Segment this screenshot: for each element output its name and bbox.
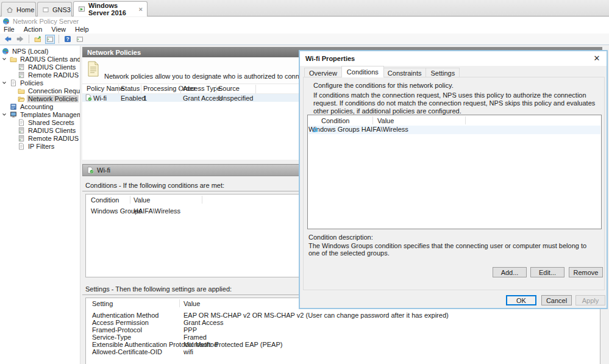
dialog-intro-text: Configure the conditions for this networ… [313,82,454,89]
toolbar-separator [29,35,29,43]
column-divider [141,85,141,93]
chevron-down-icon[interactable] [2,112,7,117]
server-icon [18,63,25,71]
browser-tab-gns3[interactable]: GNS3 × [37,2,72,16]
tab-constraints[interactable]: Constraints [383,68,427,77]
column-source[interactable]: Source [218,85,240,92]
tree-item-connection-request-policies[interactable]: Connection Request Po [0,87,80,95]
tab-conditions[interactable]: Conditions [341,66,384,77]
chevron-down-icon[interactable] [2,57,7,62]
tree-item-radius-clients[interactable]: RADIUS Clients [0,63,80,71]
tree-item-remote-radius-server[interactable]: Remote RADIUS Server [0,71,80,79]
properties-button[interactable] [75,35,85,44]
browser-tab-bar: Home × GNS3 × Windows Server 2016 × [0,0,609,16]
conditions-band-label: Conditions - If the following conditions… [85,182,224,189]
arrow-right-icon [16,35,24,43]
page-icon [10,79,17,87]
browser-tab-label: Home [16,6,34,13]
tree-item-radius-clients-and-servers[interactable]: RADIUS Clients and Servers [0,55,80,63]
column-setting[interactable]: Setting [92,300,113,307]
column-access-type[interactable]: Access Type [183,85,221,92]
page-icon [18,143,25,150]
column-condition[interactable]: Condition [91,196,119,204]
show-console-tree-button[interactable] [45,35,55,44]
column-divider [130,196,130,204]
nps-app-icon [2,18,10,25]
column-status[interactable]: Status [121,85,140,92]
edit-button[interactable]: Edit... [530,267,564,277]
column-divider [179,299,180,307]
setting-cell: Allowed-Certificate-OID [92,348,162,355]
remove-button[interactable]: Remove [569,267,603,277]
setting-cell: Framed-Protocol [92,326,142,334]
window-title: Network Policy Server [13,18,79,25]
dialog-title: Wi-fi Properties [305,55,355,62]
column-condition[interactable]: Condition [321,117,349,124]
column-value[interactable]: Value [134,196,150,204]
arrow-left-icon [4,35,12,43]
close-icon[interactable]: ✕ [592,53,602,63]
panel-header-title: Network Policies [87,49,141,56]
value-cell: HAIFA\Wireless [134,207,180,215]
column-value[interactable]: Value [183,300,200,307]
tree-item-nps-local[interactable]: NPS (Local) [0,47,80,55]
home-icon [6,6,13,13]
tree-item-accounting[interactable]: Accounting [0,102,80,110]
value-cell: Grant Access [183,319,223,326]
tab-overview[interactable]: Overview [304,68,342,77]
browser-tab-label: Windows Server 2016 [88,2,134,16]
chevron-down-icon[interactable] [2,80,7,85]
menu-view[interactable]: View [48,26,71,33]
page-icon [18,119,25,126]
value-cell: EAP OR MS-CHAP v2 OR MS-CHAP v2 (User ca… [183,312,449,319]
tab-settings[interactable]: Settings [426,68,460,77]
menu-action[interactable]: Action [20,26,48,33]
column-divider [465,116,466,124]
ok-button[interactable]: OK [506,295,536,305]
export-folder-icon [34,35,41,43]
wifi-section-title: Wi-fi [97,166,110,174]
menu-file[interactable]: File [0,26,20,33]
setting-cell: Authentication Method [92,312,158,319]
tree-item-ip-filters[interactable]: IP Filters [0,142,80,150]
condition-row-windows-groups[interactable]: Windows Groups HAIFA\Wireless [308,126,600,134]
window-title-bar: Network Policy Server [0,17,609,25]
help-button[interactable] [63,35,73,44]
server-icon [18,127,25,134]
server-icon [18,71,25,79]
dialog-conditions-list[interactable]: Condition Value Windows Groups HAIFA\Wir… [307,115,602,229]
column-divider [255,85,256,93]
policy-check-icon [85,94,92,101]
browser-tab-label: GNS3 [52,6,71,13]
browser-tab-windows-server[interactable]: Windows Server 2016 × [73,1,148,16]
tree-item-network-policies[interactable]: Network Policies [0,95,80,102]
add-button[interactable]: Add... [493,267,527,277]
tree-item-radius-clients-template[interactable]: RADIUS Clients [0,126,80,134]
menu-help[interactable]: Help [71,26,94,33]
console-window-icon [46,35,54,43]
value-cell: PPP [183,326,197,334]
browser-tab-home[interactable]: Home × [1,2,36,16]
tab-close-icon[interactable]: × [139,5,143,13]
value-cell: HAIFA\Wireless [361,126,408,133]
policy-check-icon [87,166,94,174]
tree-item-templates-management[interactable]: Templates Management [0,110,80,118]
forward-button[interactable] [15,35,25,44]
export-list-button[interactable] [33,35,43,44]
windows-groups-icon [312,126,319,134]
cancel-button[interactable]: Cancel [541,295,572,305]
column-divider [180,85,181,93]
dialog-tab-strip: Overview Conditions Constraints Settings [304,66,460,77]
back-button[interactable] [3,35,13,44]
dialog-title-bar[interactable]: Wi-fi Properties [300,51,607,66]
tree-item-shared-secrets[interactable]: Shared Secrets [0,118,80,126]
wifi-properties-dialog: Wi-fi Properties ✕ Overview Conditions C… [299,50,608,309]
tree-item-policies[interactable]: Policies [0,79,80,87]
column-divider [202,196,202,204]
toolbar [0,34,609,45]
apply-button[interactable]: Apply [575,295,605,305]
window-icon [42,6,49,13]
tree-item-remote-radius-servers-template[interactable]: Remote RADIUS Servers [0,134,80,142]
value-cell: Framed [183,334,207,341]
column-value[interactable]: Value [377,117,394,124]
